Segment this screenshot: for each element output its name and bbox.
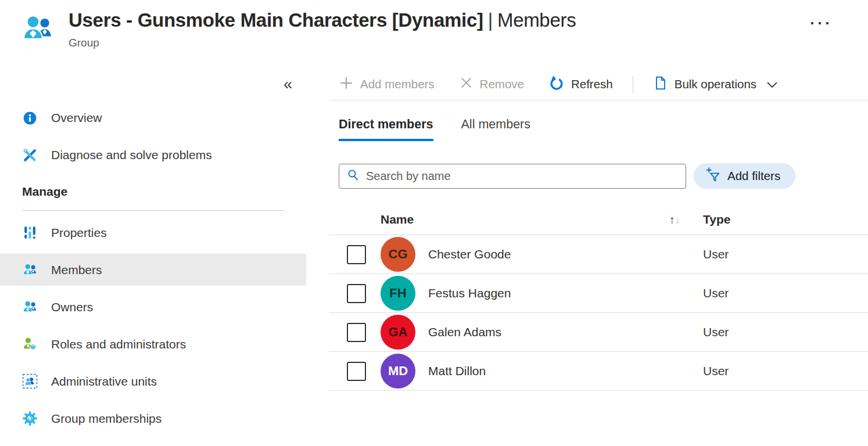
page-title-group-name: Users - Gunsmoke Main Characters [Dynami… — [69, 9, 483, 31]
add-members-button[interactable]: Add members — [339, 75, 435, 93]
sidebar-item-label: Roles and administrators — [51, 337, 186, 351]
sidebar-item-label: Owners — [51, 300, 93, 314]
collapse-sidebar-button[interactable]: « — [284, 77, 292, 92]
sidebar-item-label: Overview — [51, 111, 102, 125]
document-icon — [653, 75, 668, 93]
sidebar-item-diagnose[interactable]: Diagnose and solve problems — [0, 141, 306, 169]
sidebar-section-manage: Manage — [22, 185, 306, 199]
chevron-down-icon — [766, 77, 778, 91]
info-icon — [22, 110, 38, 126]
page-title-section: Members — [497, 9, 576, 31]
sidebar-item-overview[interactable]: Overview — [0, 104, 306, 132]
avatar: FH — [381, 276, 415, 311]
table-row: MD Matt Dillon User — [329, 352, 868, 391]
search-icon — [346, 168, 360, 184]
row-checkbox[interactable] — [347, 362, 366, 381]
people-icon — [22, 262, 38, 278]
sidebar-item-label: Properties — [51, 226, 107, 240]
member-tabs: Direct members All members — [339, 117, 868, 141]
avatar: MD — [381, 354, 415, 389]
person-dashed-box-icon — [22, 373, 38, 389]
sidebar-item-properties[interactable]: Properties — [0, 217, 306, 249]
tab-all-members[interactable]: All members — [461, 117, 530, 141]
sidebar: « Overview — [0, 69, 306, 446]
member-name: Chester Goode — [428, 247, 703, 261]
sidebar-item-group-memberships[interactable]: Group memberships — [0, 402, 306, 434]
avatar: GA — [381, 315, 415, 350]
group-icon — [21, 12, 55, 45]
row-checkbox[interactable] — [347, 245, 366, 264]
add-filters-button[interactable]: Add filters — [694, 163, 795, 189]
gear-icon — [22, 411, 38, 426]
resource-type-label: Group — [69, 37, 576, 49]
person-cube-icon — [22, 336, 38, 352]
bulk-operations-button[interactable]: Bulk operations — [653, 75, 778, 93]
members-table: Name ↑↓ Type CG Chester Goode User FH Fe… — [329, 204, 868, 391]
member-type: User — [703, 247, 729, 261]
member-type: User — [703, 325, 729, 339]
more-options-icon[interactable] — [808, 19, 832, 28]
filter-row: Add filters — [339, 163, 868, 189]
member-name: Festus Haggen — [428, 286, 703, 300]
column-header-type: Type — [703, 213, 730, 226]
refresh-icon — [548, 75, 565, 94]
member-name: Matt Dillon — [428, 364, 703, 378]
command-bar: Add members Remove Ref — [329, 69, 868, 100]
table-row: CG Chester Goode User — [329, 235, 868, 274]
sidebar-item-label: Diagnose and solve problems — [51, 148, 212, 162]
sidebar-item-label: Group memberships — [51, 412, 162, 426]
table-row: FH Festus Haggen User — [329, 274, 868, 313]
table-header: Name ↑↓ Type — [329, 204, 868, 235]
avatar: CG — [381, 237, 415, 272]
member-type: User — [703, 286, 729, 300]
remove-button[interactable]: Remove — [459, 75, 524, 93]
sidebar-item-administrative-units[interactable]: Administrative units — [0, 365, 306, 397]
row-checkbox[interactable] — [347, 284, 366, 303]
sort-icon[interactable]: ↑↓ — [669, 213, 680, 226]
people-icon — [22, 299, 38, 315]
sidebar-section-divider — [22, 210, 284, 211]
members-pane: Add members Remove Ref — [329, 69, 868, 446]
column-header-name[interactable]: Name ↑↓ — [381, 213, 703, 226]
member-type: User — [703, 364, 729, 378]
sidebar-item-label: Members — [51, 263, 102, 277]
sidebar-item-members[interactable]: Members — [0, 254, 306, 286]
sidebar-item-label: Administrative units — [51, 375, 157, 389]
tab-direct-members[interactable]: Direct members — [339, 117, 433, 141]
x-icon — [459, 75, 474, 93]
search-box — [339, 164, 686, 189]
toolbar-divider — [633, 75, 633, 93]
member-name: Galen Adams — [428, 325, 703, 339]
sidebar-item-owners[interactable]: Owners — [0, 291, 306, 323]
search-input[interactable] — [366, 170, 679, 183]
sidebar-item-roles-administrators[interactable]: Roles and administrators — [0, 328, 306, 360]
tools-icon — [22, 148, 38, 163]
filter-plus-icon — [705, 167, 721, 185]
table-row: GA Galen Adams User — [329, 313, 868, 352]
row-checkbox[interactable] — [347, 323, 366, 342]
page-title-separator: | — [483, 9, 497, 31]
columns-icon — [22, 225, 38, 240]
page-header: Users - Gunsmoke Main Characters [Dynami… — [0, 0, 868, 69]
page-title: Users - Gunsmoke Main Characters [Dynami… — [69, 9, 576, 31]
plus-icon — [339, 75, 354, 93]
refresh-button[interactable]: Refresh — [548, 75, 613, 94]
